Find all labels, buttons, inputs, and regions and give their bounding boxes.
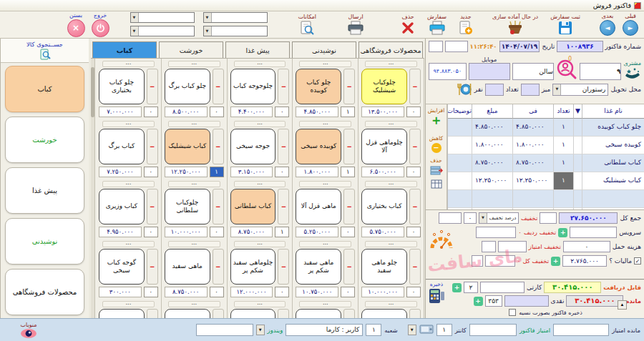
card-count-field[interactable]: ۲ xyxy=(464,282,478,293)
product-button[interactable]: ماهی اوزون xyxy=(230,309,276,318)
order-print-button[interactable]: سفارش xyxy=(427,14,447,35)
product-minus-button[interactable]: − xyxy=(409,189,421,224)
product-minus-button[interactable]: − xyxy=(343,189,355,224)
category-tab[interactable]: نوشیدنی xyxy=(292,41,356,58)
menu-finder-button[interactable]: منویاب xyxy=(19,322,38,339)
product-count-field[interactable]: ۰ xyxy=(144,227,158,237)
product-options-button[interactable]: ... xyxy=(365,61,417,67)
product-count-field[interactable]: ۰ xyxy=(341,287,355,297)
product-options-button[interactable]: ... xyxy=(168,61,220,67)
category-button[interactable]: پیش غذا xyxy=(5,167,84,214)
product-button[interactable]: گوجه کباب سیخی xyxy=(99,249,145,285)
preparing-button[interactable]: در حال آماده سازی xyxy=(492,14,538,35)
product-button[interactable] xyxy=(99,309,145,318)
customer-icon[interactable]: مشتری xyxy=(623,60,641,80)
product-button[interactable]: جوجه سیخی xyxy=(230,129,276,164)
card-amount-field[interactable] xyxy=(480,282,525,293)
product-options-button[interactable]: ... xyxy=(168,181,220,187)
product-options-button[interactable]: ... xyxy=(102,121,155,127)
product-minus-button[interactable]: − xyxy=(278,129,289,164)
product-count-field[interactable]: ۱ xyxy=(341,107,355,117)
filter-combo[interactable]: ▼ xyxy=(203,12,268,23)
points-discount-field[interactable] xyxy=(498,241,527,252)
product-count-field[interactable]: ۰ xyxy=(144,107,158,117)
product-button[interactable]: کباب برگ xyxy=(99,129,145,164)
order-row[interactable]: کوبیده سیخی ۱ ۱.۸۰۰.۰۰۰ ۱.۸۰۰.۰۰۰ xyxy=(448,137,644,154)
header-dropdown-icon[interactable]: ▼ xyxy=(574,104,582,119)
grid-scrollbar[interactable] xyxy=(91,59,95,318)
total-discount-field[interactable] xyxy=(485,255,515,267)
product-button[interactable] xyxy=(361,309,407,318)
product-count-field[interactable]: ۰ xyxy=(275,287,289,297)
invoice-number-field[interactable]: ۱۰۰۸۹۳۶ xyxy=(557,41,602,52)
product-minus-button[interactable]: − xyxy=(409,309,421,318)
order-row[interactable] xyxy=(448,190,644,208)
category-tab[interactable]: کباب xyxy=(92,41,157,58)
product-options-button[interactable]: ... xyxy=(234,61,286,67)
product-button[interactable]: چلوکباب شیشلیک xyxy=(361,69,407,104)
product-minus-button[interactable]: − xyxy=(343,309,355,318)
product-button[interactable]: کباب بختیاری xyxy=(361,189,407,224)
os-dropdown-icon[interactable]: ▼ xyxy=(256,325,265,335)
product-options-button[interactable]: ... xyxy=(234,181,286,187)
category-button[interactable]: محصولات فروشگاهی xyxy=(5,269,84,315)
product-count-field[interactable]: ۱ xyxy=(210,167,224,177)
category-button[interactable]: کباب xyxy=(5,66,84,112)
shipping-field[interactable]: ۰ xyxy=(563,241,610,252)
product-options-button[interactable]: ... xyxy=(299,181,351,187)
product-minus-button[interactable]: − xyxy=(147,69,158,104)
product-minus-button[interactable]: − xyxy=(213,189,224,224)
product-options-button[interactable]: ... xyxy=(234,121,286,127)
product-minus-button[interactable]: − xyxy=(343,69,355,104)
guest-count-field[interactable] xyxy=(485,84,504,96)
product-count-field[interactable]: ۰ xyxy=(406,107,421,117)
order-row-qty[interactable]: ۱ xyxy=(554,154,574,172)
product-options-button[interactable]: ... xyxy=(168,301,220,307)
table-number-field[interactable] xyxy=(521,84,540,96)
add-card-payment-icon[interactable]: + xyxy=(452,283,462,292)
new-invoice-button[interactable]: جدید xyxy=(459,14,473,35)
filter-combo[interactable]: ▼ xyxy=(130,12,195,23)
facilities-button[interactable]: امکانات xyxy=(298,14,317,35)
delete-row-icon[interactable] xyxy=(430,165,443,175)
product-minus-button[interactable]: − xyxy=(278,249,289,285)
product-minus-button[interactable]: − xyxy=(409,249,421,285)
product-minus-button[interactable]: − xyxy=(278,69,289,104)
order-row[interactable] xyxy=(448,208,644,209)
product-options-button[interactable]: ... xyxy=(365,121,417,127)
product-button[interactable]: چلوماهی اوزون xyxy=(296,309,341,318)
product-options-button[interactable]: ... xyxy=(299,301,351,307)
order-row-qty[interactable]: ۱ xyxy=(554,137,574,154)
product-options-button[interactable]: ... xyxy=(365,181,417,187)
product-minus-button[interactable]: − xyxy=(213,129,224,164)
product-options-button[interactable]: ... xyxy=(234,301,286,307)
tax-checkbox[interactable]: ✓ xyxy=(634,257,641,265)
product-minus-button[interactable]: − xyxy=(213,69,224,104)
product-button[interactable]: کباب شیشلیک xyxy=(165,129,210,164)
close-button[interactable]: بستن × xyxy=(67,12,85,37)
product-count-field[interactable]: ۰ xyxy=(144,287,158,297)
product-minus-button[interactable]: − xyxy=(147,249,158,285)
product-options-button[interactable]: ... xyxy=(102,181,155,187)
add-total-discount-icon[interactable]: + xyxy=(551,257,560,266)
mobile-field[interactable] xyxy=(469,63,510,80)
product-options-button[interactable]: ... xyxy=(365,241,417,247)
product-button[interactable]: چلوماهی سفید شکم پر xyxy=(230,249,276,285)
counter-dropdown-icon[interactable]: ▼ xyxy=(408,325,416,335)
product-minus-button[interactable]: − xyxy=(343,129,355,164)
product-minus-button[interactable]: − xyxy=(409,129,421,164)
product-count-field[interactable]: ۰ xyxy=(341,227,355,237)
product-count-field[interactable]: ۱ xyxy=(275,227,289,237)
product-count-field[interactable]: ۰ xyxy=(275,107,289,117)
customer-name-field[interactable]: سالن xyxy=(512,63,554,80)
product-button[interactable]: ماهی سفید xyxy=(165,249,210,285)
header-extra-field[interactable] xyxy=(445,41,467,52)
cash-amount-field[interactable] xyxy=(504,295,549,307)
product-options-button[interactable]: ... xyxy=(299,121,351,127)
discount-amount-field[interactable] xyxy=(439,212,462,224)
order-row-qty[interactable] xyxy=(554,208,574,209)
cash-count-field[interactable]: ۳۵۳ xyxy=(485,295,502,307)
product-button[interactable]: چلوجوجه کباب xyxy=(230,69,276,104)
send-button[interactable]: ارسال xyxy=(347,14,364,35)
increase-button[interactable]: ＋ xyxy=(430,115,443,125)
